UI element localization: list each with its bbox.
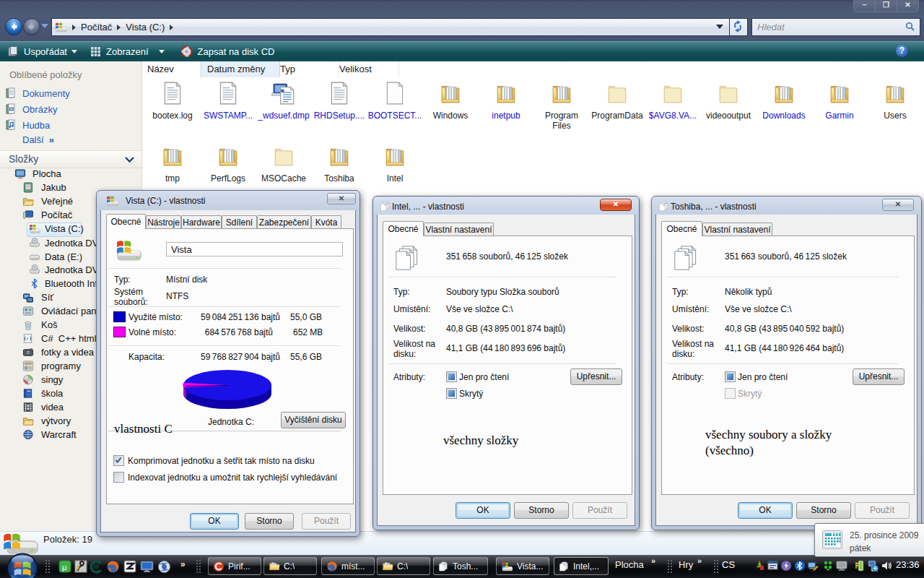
svg-text:ƒ: ƒ	[26, 337, 28, 341]
svg-text:μ: μ	[62, 563, 66, 571]
